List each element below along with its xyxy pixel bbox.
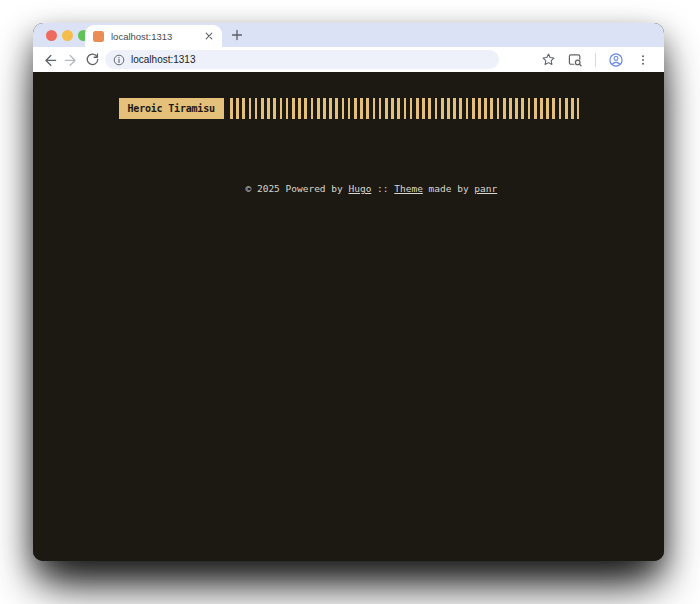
traffic-lights xyxy=(46,23,89,47)
back-button[interactable] xyxy=(41,51,59,69)
footer-copyright-text: © 2025 Powered by xyxy=(246,183,349,194)
reload-button[interactable] xyxy=(83,51,101,69)
page-container: Heroic Tiramisu © 2025 Powered by Hugo :… xyxy=(119,98,579,205)
window-close-button[interactable] xyxy=(46,30,57,41)
footer-hugo-link[interactable]: Hugo xyxy=(348,183,371,194)
footer-separator: :: xyxy=(371,183,394,194)
site-logo[interactable]: Heroic Tiramisu xyxy=(119,98,224,119)
tab-strip: localhost:1313 xyxy=(33,23,664,47)
tab-close-icon[interactable] xyxy=(203,30,215,42)
header-stripes-decoration xyxy=(230,98,579,119)
url-text[interactable]: localhost:1313 xyxy=(131,54,196,65)
site-header: Heroic Tiramisu xyxy=(119,98,579,119)
browser-tab[interactable]: localhost:1313 xyxy=(85,25,222,47)
forward-button[interactable] xyxy=(62,51,80,69)
profile-avatar-icon[interactable] xyxy=(607,51,625,69)
window-minimize-button[interactable] xyxy=(62,30,73,41)
site-favicon-icon xyxy=(93,31,104,42)
address-bar[interactable]: localhost:1313 xyxy=(105,50,499,69)
browser-toolbar: localhost:1313 xyxy=(33,47,664,72)
kebab-menu-icon[interactable] xyxy=(634,51,652,69)
site-footer: © 2025 Powered by Hugo :: Theme made by … xyxy=(119,172,579,205)
site-info-icon[interactable] xyxy=(113,54,125,66)
bookmark-star-icon[interactable] xyxy=(539,51,557,69)
footer-author-link[interactable]: panr xyxy=(474,183,497,194)
new-tab-button[interactable] xyxy=(229,27,245,43)
toolbar-right-group xyxy=(539,51,652,69)
tab-title: localhost:1313 xyxy=(111,31,203,42)
nav-buttons xyxy=(41,51,101,69)
browser-window: localhost:1313 xyxy=(33,23,664,561)
side-panel-search-icon[interactable] xyxy=(566,51,584,69)
footer-made-by-text: made by xyxy=(423,183,474,194)
page-viewport: Heroic Tiramisu © 2025 Powered by Hugo :… xyxy=(33,72,664,561)
footer-theme-link[interactable]: Theme xyxy=(394,183,423,194)
toolbar-divider xyxy=(595,53,596,67)
